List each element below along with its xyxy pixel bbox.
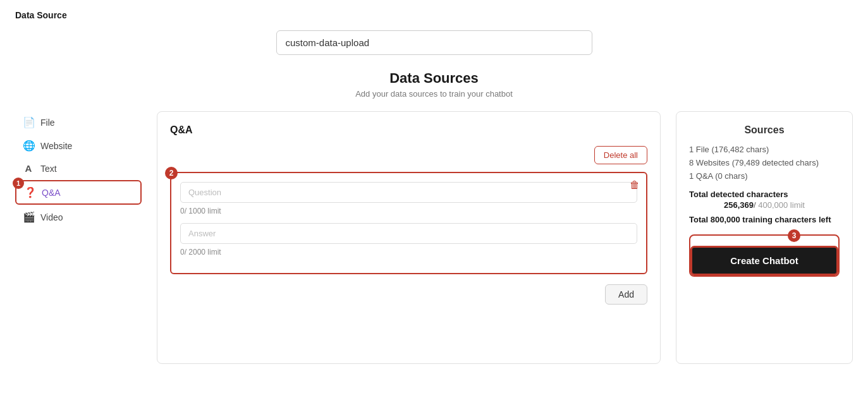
qa-panel-title: Q&A bbox=[170, 124, 647, 136]
sources-title: Sources bbox=[689, 124, 840, 136]
qna-icon: ❓ bbox=[24, 186, 35, 198]
add-button[interactable]: Add bbox=[605, 284, 647, 305]
answer-input[interactable] bbox=[180, 223, 637, 244]
sidebar-label-video: Video bbox=[40, 212, 63, 222]
sidebar-item-video[interactable]: 🎬 Video bbox=[15, 206, 142, 228]
right-panel: Sources 1 File (176,482 chars) 8 Website… bbox=[676, 111, 853, 364]
file-icon: 📄 bbox=[23, 116, 34, 128]
sidebar-item-website[interactable]: 🌐 Website bbox=[15, 135, 142, 157]
sidebar-label-file: File bbox=[40, 118, 55, 128]
text-icon: A bbox=[23, 163, 34, 174]
main-panel: Q&A Delete all 2 🗑 0/ 1000 limit 0/ 2000… bbox=[157, 111, 661, 364]
qa-card-badge: 2 bbox=[165, 167, 178, 179]
total-limit: 400,000 limit bbox=[758, 200, 805, 210]
question-char-limit: 0/ 1000 limit bbox=[180, 207, 637, 215]
sidebar-badge-1: 1 bbox=[13, 178, 24, 189]
source-file: 1 File (176,482 chars) bbox=[689, 145, 840, 154]
source-qna: 1 Q&A (0 chars) bbox=[689, 171, 840, 181]
delete-all-button[interactable]: Delete all bbox=[594, 146, 647, 164]
chatbot-name-input[interactable] bbox=[276, 30, 592, 55]
website-icon: 🌐 bbox=[23, 140, 34, 152]
sidebar-item-file[interactable]: 📄 File bbox=[15, 111, 142, 133]
sidebar-label-website: Website bbox=[40, 141, 72, 151]
trash-button[interactable]: 🗑 bbox=[630, 179, 640, 191]
total-numbers: 256,369/ 400,000 limit bbox=[689, 200, 840, 210]
question-input[interactable] bbox=[180, 182, 637, 203]
sidebar-label-text: Text bbox=[40, 164, 57, 174]
section-subtitle: Add your data sources to train your chat… bbox=[15, 89, 853, 99]
total-count: 256,369 bbox=[724, 200, 754, 210]
sidebar-item-qna[interactable]: 1 ❓ Q&A bbox=[15, 180, 142, 205]
sidebar: 📄 File 🌐 Website A Text 1 ❓ Q&A 🎬 Video bbox=[15, 111, 142, 364]
sidebar-label-qna: Q&A bbox=[42, 188, 61, 198]
create-chatbot-wrapper: 3 Create Chatbot bbox=[689, 234, 840, 277]
video-icon: 🎬 bbox=[23, 211, 34, 223]
sidebar-item-text[interactable]: A Text bbox=[15, 158, 142, 179]
create-chatbot-badge: 3 bbox=[788, 229, 800, 242]
total-detected-label: Total detected characters bbox=[689, 190, 840, 199]
page-title: Data Source bbox=[15, 10, 853, 20]
source-websites: 8 Websites (79,489 detected chars) bbox=[689, 158, 840, 167]
qa-card: 2 🗑 0/ 1000 limit 0/ 2000 limit bbox=[170, 172, 647, 274]
create-chatbot-button[interactable]: Create Chatbot bbox=[690, 246, 838, 275]
answer-char-limit: 0/ 2000 limit bbox=[180, 248, 637, 257]
training-left-label: Total 800,000 training characters left bbox=[689, 215, 840, 224]
section-title: Data Sources bbox=[15, 70, 853, 87]
